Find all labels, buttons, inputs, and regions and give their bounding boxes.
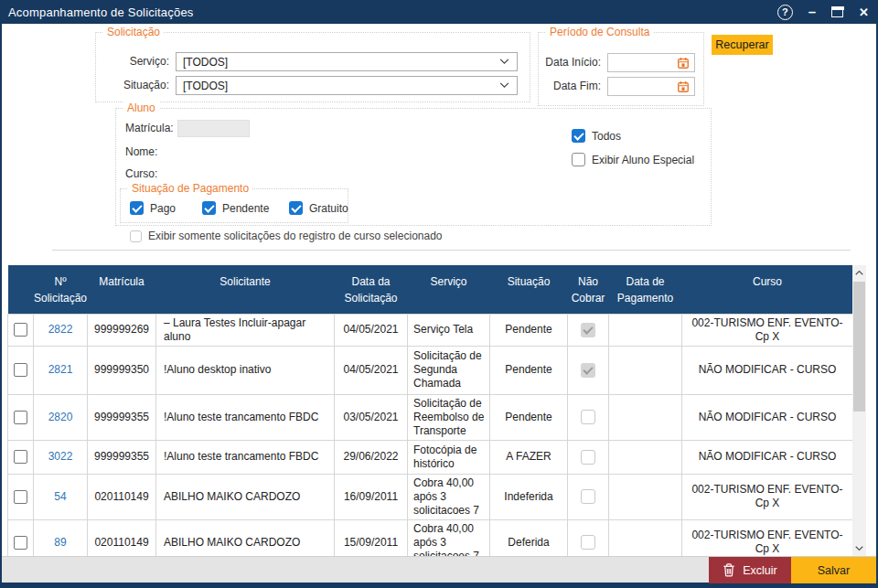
row-select-checkbox[interactable] (14, 363, 27, 377)
todos-checkbox-item[interactable]: Todos (572, 129, 621, 143)
data-pagamento-cell (609, 394, 682, 440)
todos-checkbox[interactable] (572, 129, 585, 143)
scrollbar-thumb[interactable] (853, 282, 865, 412)
solicitante-cell: !Aluno desktop inativo (156, 346, 335, 394)
data-pagamento-cell (609, 440, 682, 474)
header-servico[interactable]: Serviço (408, 265, 490, 314)
nao-cobrar-checkbox[interactable] (581, 535, 595, 550)
data-solicitacao-cell: 15/09/2011 (335, 519, 408, 556)
header-situacao[interactable]: Situação (490, 265, 568, 314)
solicitante-cell: ABILHO MAIKO CARDOZO (156, 519, 335, 556)
pendente-checkbox-item[interactable]: Pendente (202, 201, 269, 215)
exibir-somente-checkbox-label: Exibir somente solicitações do registro … (148, 230, 443, 242)
excluir-button[interactable]: Excluir (709, 557, 791, 583)
solicitacao-number-link[interactable]: 54 (54, 490, 66, 503)
data-pagamento-cell (609, 474, 682, 519)
data-pagamento-cell (609, 519, 682, 556)
table-row: 2821 999999350 !Aluno desktop inativo 04… (8, 346, 853, 394)
data-pagamento-cell (609, 314, 682, 346)
matricula-cell: 999999355 (88, 440, 156, 474)
header-data-solicitacao[interactable]: Data da Solicitação (335, 265, 408, 314)
solicitacao-number-link[interactable]: 2822 (48, 323, 73, 336)
nao-cobrar-checkbox[interactable] (581, 489, 595, 504)
header-nao-cobrar[interactable]: Não Cobrar (568, 265, 609, 314)
gratuito-checkbox-item[interactable]: Gratuito (289, 201, 348, 215)
situacao-cell: Pendente (490, 314, 568, 346)
row-select-checkbox[interactable] (14, 323, 27, 337)
table-row: 54 020110149 ABILHO MAIKO CARDOZO 16/09/… (8, 474, 853, 519)
solicitacao-number-link[interactable]: 89 (54, 536, 66, 549)
exibir-somente-checkbox[interactable] (130, 230, 142, 242)
exibir-especial-checkbox-label: Exibir Aluno Especial (592, 154, 694, 166)
solicitacao-number-link[interactable]: 2820 (48, 411, 73, 423)
close-icon[interactable]: ✕ (859, 5, 869, 19)
nao-cobrar-checkbox[interactable] (581, 410, 595, 424)
exibir-aluno-especial-checkbox[interactable] (572, 153, 585, 166)
table-header-row: Nº Solicitação Matrícula Solicitante Dat… (8, 265, 853, 314)
data-inicio-input[interactable] (607, 53, 695, 72)
help-icon[interactable]: ? (777, 5, 793, 20)
calendar-icon[interactable] (677, 57, 690, 69)
servico-cell: Solicitação de Segunda Chamada (408, 346, 490, 394)
group-periodo: Período de Consulta Data Início: Data Fi… (538, 32, 704, 106)
salvar-button[interactable]: Salvar (791, 557, 876, 583)
matricula-cell: 999999350 (88, 346, 156, 394)
row-select-checkbox[interactable] (14, 450, 27, 464)
exibir-somente-checkbox-item[interactable]: Exibir somente solicitações do registro … (130, 230, 443, 242)
matricula-cell: 999999269 (88, 314, 156, 346)
salvar-button-label: Salvar (818, 564, 850, 577)
matricula-input (177, 120, 250, 137)
servico-select[interactable]: [TODOS] (176, 52, 518, 71)
exibir-especial-checkbox-item[interactable]: Exibir Aluno Especial (572, 153, 694, 166)
grid-vertical-scrollbar[interactable] (852, 265, 866, 556)
header-numero[interactable]: Nº Solicitação (34, 265, 88, 314)
gratuito-checkbox[interactable] (289, 201, 303, 215)
matricula-cell: 020110149 (88, 519, 156, 556)
pendente-checkbox[interactable] (202, 201, 216, 215)
header-curso[interactable]: Curso (682, 265, 853, 314)
solicitante-cell: !Aluno teste trancamento FBDC (156, 440, 335, 474)
situacao-select[interactable]: [TODOS] (176, 76, 518, 95)
curso-cell: 002-TURISMO ENF. EVENTO-Cp X (682, 474, 853, 519)
data-solicitacao-cell: 16/09/2011 (335, 474, 408, 519)
group-pagamento-legend: Situação de Pagamento (128, 182, 252, 195)
pago-checkbox-item[interactable]: Pago (130, 201, 176, 215)
curso-label: Curso: (125, 165, 157, 183)
curso-cell: NÃO MODIFICAR - CURSO (682, 440, 853, 474)
trash-icon (723, 563, 735, 577)
row-select-checkbox[interactable] (14, 536, 27, 550)
row-select-checkbox[interactable] (14, 411, 27, 424)
header-matricula[interactable]: Matrícula (88, 265, 156, 314)
scroll-up-icon[interactable] (852, 265, 866, 280)
solicitacao-number-link[interactable]: 2821 (48, 363, 73, 376)
data-fim-input[interactable] (607, 77, 695, 96)
data-solicitacao-cell: 04/05/2021 (335, 346, 408, 394)
table-row: 3022 999999355 !Aluno teste trancamento … (8, 440, 853, 474)
row-select-checkbox[interactable] (14, 490, 27, 504)
pago-checkbox-label: Pago (150, 202, 176, 215)
group-aluno-legend: Aluno (123, 102, 159, 114)
chevron-down-icon (499, 59, 509, 65)
solicitacao-number-link[interactable]: 3022 (48, 450, 73, 463)
situacao-label: Situação: (96, 76, 169, 94)
excluir-button-label: Excluir (743, 564, 777, 577)
calendar-icon[interactable] (677, 80, 690, 93)
matricula-cell: 020110149 (88, 474, 156, 519)
maximize-icon[interactable] (831, 7, 843, 17)
table-row: 89 020110149 ABILHO MAIKO CARDOZO 15/09/… (8, 519, 853, 556)
group-situacao-pagamento: Situação de Pagamento Pago Pendente Grat… (120, 188, 348, 223)
recuperar-button[interactable]: Recuperar (712, 35, 773, 55)
data-fim-label: Data Fim: (539, 77, 601, 95)
nao-cobrar-checkbox[interactable] (581, 450, 595, 465)
nao-cobrar-checkbox (581, 323, 595, 337)
matricula-label: Matrícula: (125, 119, 174, 137)
header-data-pagamento[interactable]: Data de Pagamento (609, 265, 682, 314)
pendente-checkbox-label: Pendente (222, 202, 269, 215)
app-window: Acompanhamento de Solicitações ? – ✕ Sol… (0, 0, 878, 588)
minimize-icon[interactable]: – (808, 7, 816, 16)
pago-checkbox[interactable] (130, 201, 144, 215)
scroll-down-icon[interactable] (852, 541, 866, 556)
data-solicitacao-cell: 03/05/2021 (335, 394, 408, 440)
header-solicitante[interactable]: Solicitante (156, 265, 335, 314)
gratuito-checkbox-label: Gratuito (309, 202, 348, 215)
